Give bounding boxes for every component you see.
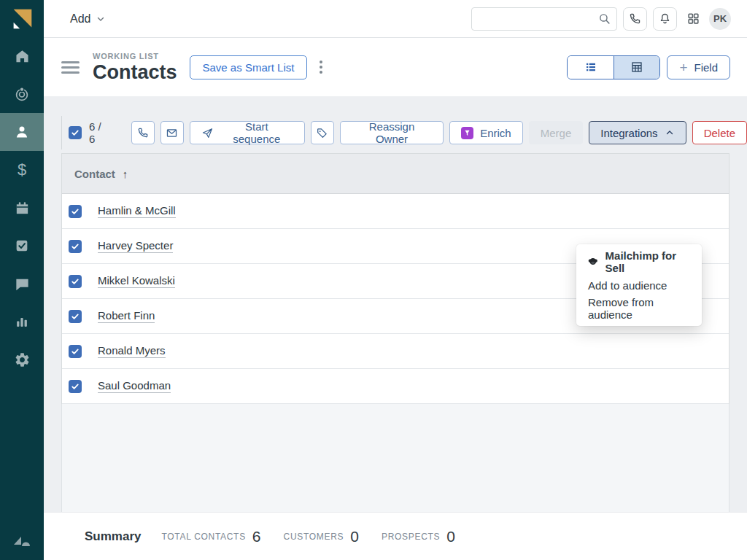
chevron-up-icon	[665, 128, 675, 138]
sidebar-item-settings[interactable]	[0, 341, 44, 378]
menu-item-add-to-audience[interactable]: Add to audience	[576, 273, 702, 297]
app-root: $	[0, 0, 747, 560]
stat-value: 0	[350, 528, 359, 545]
merge-button: Merge	[529, 121, 584, 144]
sidebar-item-leads[interactable]	[0, 75, 44, 113]
check-icon	[71, 207, 80, 216]
contact-link[interactable]: Saul Goodman	[98, 379, 171, 393]
sidebar-item-contacts[interactable]	[0, 113, 44, 151]
table-empty-area	[61, 404, 729, 512]
list-nav-toggle[interactable]	[61, 61, 80, 74]
list-view-toggle[interactable]	[568, 56, 614, 79]
add-dropdown-button[interactable]: Add	[70, 12, 106, 26]
reassign-owner-button[interactable]: Reassign Owner	[340, 121, 444, 144]
contact-link[interactable]: Robert Finn	[98, 309, 155, 323]
deals-icon: $	[18, 162, 26, 178]
add-label: Add	[70, 12, 90, 26]
check-icon	[71, 347, 80, 356]
enrich-label: Enrich	[480, 127, 511, 139]
sell-logo-icon	[8, 5, 36, 33]
call-button[interactable]	[623, 7, 647, 31]
integrations-menu: Mailchimp for Sell Add to audience Remov…	[576, 244, 702, 326]
sidebar-item-deals[interactable]: $	[0, 151, 44, 189]
menu-item-remove-from-audience[interactable]: Remove from audience	[576, 297, 702, 320]
add-field-button[interactable]: + Field	[667, 55, 730, 79]
tasks-icon	[14, 238, 30, 254]
search-icon	[598, 12, 611, 25]
search-input[interactable]	[471, 7, 617, 31]
check-icon	[71, 312, 80, 321]
table-header-row: Contact ↑	[62, 154, 729, 194]
phone-icon	[629, 12, 641, 25]
row-checkbox[interactable]	[69, 310, 82, 323]
row-checkbox[interactable]	[69, 205, 82, 218]
list-view-icon	[584, 61, 597, 74]
top-nav: Add	[44, 0, 747, 38]
work-area: 6 / 6 Start sequence	[44, 96, 747, 512]
table-row: Ronald Myers	[62, 334, 729, 369]
start-sequence-button[interactable]: Start sequence	[190, 121, 305, 144]
apps-grid-icon	[686, 12, 700, 26]
stat-label: TOTAL CONTACTS	[161, 532, 245, 542]
table-view-toggle[interactable]	[614, 56, 659, 79]
main-area: Add	[44, 0, 747, 560]
list-options-kebab[interactable]	[317, 58, 325, 77]
page-title: Contacts	[93, 63, 177, 82]
bulk-tag-button[interactable]	[311, 121, 334, 144]
contact-link[interactable]: Mikkel Kowalski	[98, 274, 175, 288]
envelope-icon	[166, 127, 178, 139]
avatar[interactable]: PK	[709, 8, 731, 30]
reports-icon	[14, 314, 30, 330]
row-checkbox[interactable]	[69, 275, 82, 288]
integrations-button[interactable]: Integrations	[589, 121, 686, 144]
chevron-down-icon	[96, 14, 106, 24]
phone-icon	[137, 127, 149, 139]
selection-count: 6 / 6	[89, 120, 110, 145]
stat-customers: CUSTOMERS 0	[284, 528, 359, 545]
contacts-icon	[13, 123, 31, 141]
row-checkbox[interactable]	[69, 345, 82, 358]
stat-value: 0	[446, 528, 455, 545]
merge-label: Merge	[541, 127, 572, 139]
sidebar-item-calendar[interactable]	[0, 189, 44, 227]
list-header: WORKING LIST Contacts Save as Smart List	[44, 38, 747, 96]
stat-label: CUSTOMERS	[284, 532, 344, 542]
start-sequence-label: Start sequence	[220, 120, 293, 145]
bulk-email-button[interactable]	[160, 121, 184, 144]
send-icon	[201, 127, 214, 139]
summary-footer: Summary TOTAL CONTACTS 6 CUSTOMERS 0 PRO…	[44, 512, 747, 560]
leads-icon	[13, 85, 31, 103]
check-icon	[71, 277, 80, 286]
contact-column-header[interactable]: Contact	[74, 168, 115, 180]
bell-icon	[659, 12, 671, 25]
contact-link[interactable]: Ronald Myers	[98, 344, 166, 358]
field-label: Field	[694, 61, 718, 74]
delete-button[interactable]: Delete	[692, 121, 747, 144]
sidebar-item-home[interactable]	[0, 37, 44, 75]
sort-ascending-icon[interactable]: ↑	[123, 168, 128, 180]
sidebar-item-tasks[interactable]	[0, 227, 44, 265]
table-row: Saul Goodman	[62, 369, 729, 404]
sidebar-item-reports[interactable]	[0, 303, 44, 341]
mailchimp-icon	[588, 256, 598, 267]
sidebar-item-communications[interactable]	[0, 265, 44, 303]
apps-grid-button[interactable]	[683, 7, 703, 31]
chat-icon	[14, 276, 31, 292]
select-all-checkbox[interactable]	[69, 126, 82, 139]
stat-label: PROSPECTS	[382, 532, 440, 542]
row-checkbox[interactable]	[69, 240, 82, 253]
enrich-button[interactable]: Enrich	[449, 121, 523, 144]
check-icon	[71, 128, 80, 137]
save-as-smart-list-button[interactable]: Save as Smart List	[190, 55, 308, 79]
row-checkbox[interactable]	[69, 380, 82, 393]
contact-link[interactable]: Harvey Specter	[98, 239, 173, 253]
stat-total-contacts: TOTAL CONTACTS 6	[161, 528, 260, 545]
integrations-menu-header: Mailchimp for Sell	[576, 249, 702, 273]
notifications-button[interactable]	[653, 7, 677, 31]
sidebar: $	[0, 0, 44, 560]
reach-icon	[461, 127, 473, 139]
contact-link[interactable]: Hamlin & McGill	[98, 204, 176, 218]
sell-logo[interactable]	[0, 0, 44, 37]
bulk-call-button[interactable]	[131, 121, 155, 144]
view-toggle-group	[567, 55, 660, 79]
